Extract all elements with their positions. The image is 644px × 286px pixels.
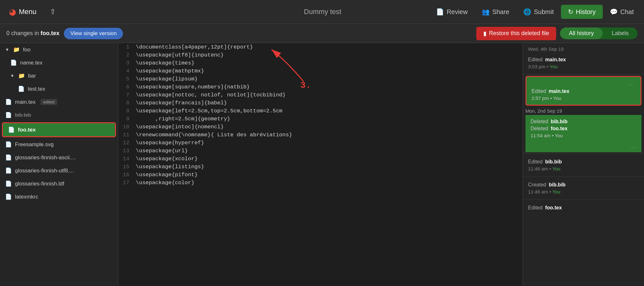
divider4 [523,199,644,200]
divider2 [523,154,644,154]
history-panel: Wed, 4th Sep 19 Edited main.tex 3:03 pm … [523,43,644,286]
dots-menu-bottom[interactable]: ⋯ [525,142,641,152]
edited-badge: edited [41,99,57,105]
divider [523,74,644,75]
sidebar-item-glossaries-ldf[interactable]: 📄 glossaries-finnish.ldf [0,177,118,190]
line-code: \documentclass[a4paper,12pt]{report} [136,44,253,50]
history-tabs: All history Labels [560,27,638,39]
upload-icon: ⇧ [50,8,56,16]
code-line: 3\usepackage{times} [118,59,523,67]
file-icon: 📄 [5,193,12,200]
code-line: 9\usepackage[left=2.5cm,top=2.5cm,bottom… [118,107,523,115]
sidebar-item-foo-folder[interactable]: ▼ 📁 foo [0,43,118,56]
file-icon: 📄 [5,167,12,174]
line-number: 17 [118,180,136,186]
line-code: \usepackage{listings} [136,164,204,170]
code-editor[interactable]: 3. 1\documentclass[a4paper,12pt]{report}… [118,43,523,286]
restore-button[interactable]: ▮ Restore this deleted file [476,27,556,40]
file-icon: 📄 [5,141,12,148]
history-entry-1[interactable]: Edited main.tex 3:03 pm • You [523,53,644,73]
sidebar-item-glossaries-utf8[interactable]: 📄 glossaries-finnish-utf8.... [0,164,118,177]
subbar-right: ▮ Restore this deleted file All history … [476,27,638,40]
file-icon: 📄 [5,180,12,187]
code-line: 2\usepackage[utf8]{inputenc} [118,51,523,59]
code-line: 4\usepackage{mathptmx} [118,67,523,75]
line-code: \usepackage{lipsum} [136,76,198,82]
sidebar-item-freesample[interactable]: 📄 Freesample.svg [0,138,118,151]
subbar: 0 changes in foo.tex View single version… [0,24,644,43]
submit-button[interactable]: 🌐 Submit [516,5,561,19]
history-highlighted-group: ⋯ Edited main.tex 2:57 pm • You Mon, 2nd… [525,76,641,152]
menu-button[interactable]: ◕ Menu [3,4,42,20]
line-code: \usepackage[francais]{babel} [136,100,227,106]
review-button[interactable]: 📄 Review [429,5,475,19]
line-number: 9 [118,108,136,114]
line-code: \usepackage{url} [136,148,188,154]
chevron-down-icon: ▼ [10,73,14,78]
line-number: 11 [118,132,136,138]
code-line: 8\usepackage[francais]{babel} [118,99,523,107]
project-title: Dummy test [216,8,429,16]
date-label-wed: Wed, 4th Sep 19 [523,43,644,53]
line-number: 14 [118,156,136,162]
line-code: \usepackage{mathptmx} [136,68,204,74]
share-button[interactable]: 👥 Share [475,5,516,19]
line-code: \usepackage[utf8]{inputenc} [136,52,224,58]
line-code: \usepackage{xcolor} [136,156,198,162]
code-line: 10\usepackage[intoc]{nomencl} [118,123,523,131]
tab-labels[interactable]: Labels [603,27,638,39]
history-entry-4[interactable]: Created bib.bib 11:46 am • You [523,178,644,198]
topbar-right: 📄 Review 👥 Share 🌐 Submit ↻ History 💬 Ch… [429,5,641,19]
history-button[interactable]: ↻ History [561,5,603,19]
code-line: 16\usepackage{pifont} [118,171,523,179]
sidebar-item-test-tex[interactable]: 📄 test.tex [0,82,118,95]
line-number: 2 [118,52,136,58]
code-line: 5\usepackage{lipsum} [118,75,523,83]
upload-button[interactable]: ⇧ [45,4,60,19]
file-icon: 📄 [5,99,12,105]
line-number: 3 [118,60,136,66]
sidebar-item-bib-bib[interactable]: 📄 bib.bib [0,109,118,122]
sidebar: ▼ 📁 foo 📄 name.tex ▼ 📁 bar 📄 test.tex 📄 … [0,43,118,286]
line-number: 9 [118,116,136,122]
restore-icon: ▮ [483,30,487,37]
menu-icon: ◕ [9,7,16,17]
history-entry-2[interactable]: ⋯ Edited main.tex 2:57 pm • You [525,76,641,106]
line-code: \usepackage{color} [136,180,195,186]
history-entry-3[interactable]: Edited bib.bib 11:46 am • You [523,155,644,175]
code-line: 7\usepackage[nottoc, notlof, notlot]{toc… [118,91,523,99]
date-label-mon: Mon, 2nd Sep 19 [525,106,641,115]
history-entry-deleted[interactable]: Deleted bib.bib Deleted foo.tex 11:54 am… [525,115,641,142]
chat-button[interactable]: 💬 Chat [603,5,641,19]
view-single-button[interactable]: View single version [64,28,123,39]
line-code: \usepackage[square,numbers]{natbib} [136,84,250,90]
line-number: 5 [118,76,136,82]
file-icon: 📄 [5,112,12,118]
tab-all-history[interactable]: All history [560,27,603,39]
topbar: ◕ Menu ⇧ Dummy test 📄 Review 👥 Share 🌐 S… [0,0,644,24]
line-number: 10 [118,124,136,130]
dots-menu-top[interactable]: ⋯ [532,81,635,88]
code-line: 9 ,right=2.5cm]{geometry} [118,115,523,123]
sidebar-item-foo-tex[interactable]: 📄 foo.tex 2. [2,122,116,137]
line-number: 7 [118,92,136,98]
line-number: 4 [118,68,136,74]
changes-info: 0 changes in foo.tex [6,30,59,37]
code-line: 1\documentclass[a4paper,12pt]{report} [118,43,523,51]
history-entry-5[interactable]: Edited foo.tex [523,201,644,214]
code-line: 15\usepackage{listings} [118,163,523,171]
share-icon: 👥 [482,8,490,16]
file-icon: 📄 [5,154,12,161]
chat-icon: 💬 [610,8,618,16]
review-icon: 📄 [436,8,444,16]
sidebar-item-name-tex[interactable]: 📄 name.tex [0,56,118,69]
line-code: \usepackage[left=2.5cm,top=2.5cm,bottom=… [136,108,282,114]
code-line: 6\usepackage[square,numbers]{natbib} [118,83,523,91]
sidebar-item-bar-folder[interactable]: ▼ 📁 bar [0,69,118,82]
sidebar-item-main-tex[interactable]: 📄 main.tex edited [0,95,118,109]
sidebar-item-latexmkrc[interactable]: 📄 latexmkrc [0,190,118,203]
line-number: 16 [118,172,136,178]
divider3 [523,177,644,177]
sidebar-item-glossaries-ascii[interactable]: 📄 glossaries-finnish-ascii.... [0,151,118,164]
folder-icon: 📁 [13,46,20,53]
